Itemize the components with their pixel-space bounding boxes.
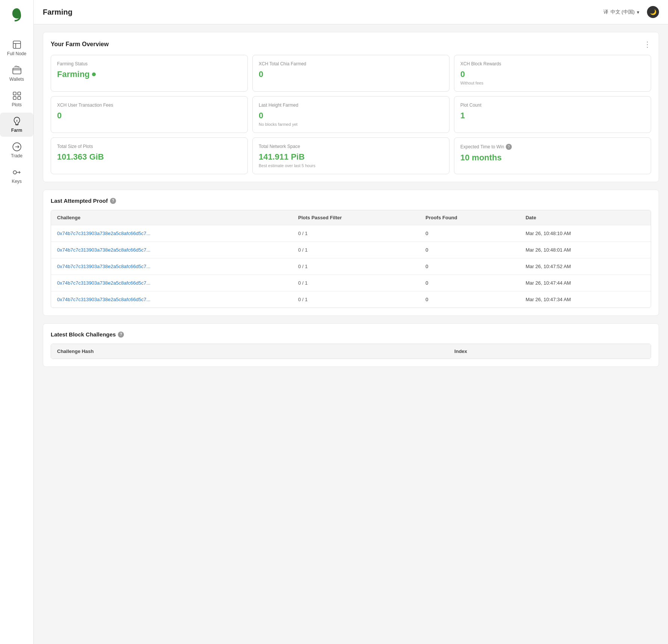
last-proof-help-icon[interactable]: ? <box>110 198 116 204</box>
full-node-icon <box>12 40 22 50</box>
proof-table-body: 0x74b7c7c313903a738e2a5c8afc66d5c7... 0 … <box>51 225 651 308</box>
sidebar-item-farm-label: Farm <box>11 128 22 133</box>
total-size-value: 101.363 GiB <box>57 152 241 162</box>
farming-status-label: Farming Status <box>57 61 241 66</box>
farm-icon <box>12 116 22 126</box>
date-cell: Mar 26, 10:47:52 AM <box>520 258 651 275</box>
keys-icon <box>12 167 22 177</box>
plot-count-value: 1 <box>460 111 645 121</box>
block-rewards-sub: Without fees <box>460 81 645 85</box>
challenge-cell: 0x74b7c7c313903a738e2a5c8afc66d5c7... <box>51 258 292 275</box>
passed-cell: 0 / 1 <box>292 258 419 275</box>
language-label: 中文 (中国) <box>611 9 635 15</box>
block-challenges-table: Challenge Hash Index <box>51 344 651 359</box>
col-found: Proofs Found <box>419 210 519 225</box>
language-selector[interactable]: 译 中文 (中国) ▾ <box>600 7 642 17</box>
block-challenges-title: Latest Block Challenges <box>51 331 116 338</box>
passed-cell: 0 / 1 <box>292 291 419 308</box>
sidebar-item-wallets-label: Wallets <box>9 77 24 82</box>
col-passed: Plots Passed Filter <box>292 210 419 225</box>
logo[interactable] <box>6 4 28 28</box>
plots-icon <box>12 91 22 101</box>
trade-icon <box>12 142 22 152</box>
last-height-label: Last Height Farmed <box>259 103 443 108</box>
sidebar-item-farm[interactable]: Farm <box>0 113 33 137</box>
language-arrow: ▾ <box>637 9 639 15</box>
farming-status-value: Farming <box>57 69 241 79</box>
xch-total-label: XCH Total Chia Farmed <box>259 61 443 66</box>
total-size-label: Total Size of Plots <box>57 144 241 149</box>
last-proof-section: Last Attempted Proof ? Challenge Plots P… <box>43 190 659 316</box>
page-title: Farming <box>43 8 72 17</box>
challenge-cell: 0x74b7c7c313903a738e2a5c8afc66d5c7... <box>51 225 292 242</box>
svg-rect-1 <box>13 68 21 74</box>
svg-rect-0 <box>13 41 21 48</box>
sidebar-item-keys[interactable]: Keys <box>0 164 33 188</box>
passed-cell: 0 / 1 <box>292 225 419 242</box>
date-cell: Mar 26, 10:47:44 AM <box>520 275 651 291</box>
xch-total-card: XCH Total Chia Farmed 0 <box>252 55 449 92</box>
network-space-card: Total Network Space 141.911 PiB Best est… <box>252 137 449 174</box>
table-row: 0x74b7c7c313903a738e2a5c8afc66d5c7... 0 … <box>51 275 651 291</box>
network-space-sub: Best estimate over last 5 hours <box>259 163 443 168</box>
sidebar-item-trade[interactable]: Trade <box>0 138 33 162</box>
section-title: Your Farm Overview <box>51 41 109 48</box>
last-height-value: 0 <box>259 111 443 121</box>
challenge-cell: 0x74b7c7c313903a738e2a5c8afc66d5c7... <box>51 242 292 258</box>
table-row: 0x74b7c7c313903a738e2a5c8afc66d5c7... 0 … <box>51 258 651 275</box>
sidebar-item-full-node[interactable]: Full Node <box>0 36 33 60</box>
proof-table: Challenge Plots Passed Filter Proofs Fou… <box>51 210 651 308</box>
sidebar-item-plots-label: Plots <box>12 102 22 107</box>
sidebar: Full Node Wallets Plots Farm Trade <box>0 0 34 644</box>
farming-status-card: Farming Status Farming <box>51 55 248 92</box>
page-header: Farming 译 中文 (中国) ▾ 🌙 <box>34 0 668 24</box>
block-challenges-help-icon[interactable]: ? <box>118 332 124 338</box>
challenge-cell: 0x74b7c7c313903a738e2a5c8afc66d5c7... <box>51 291 292 308</box>
col-challenge: Challenge <box>51 210 292 225</box>
svg-rect-2 <box>13 92 16 95</box>
cards-grid-row1: Farming Status Farming XCH Total Chia Fa… <box>51 55 651 92</box>
main-content: Farming 译 中文 (中国) ▾ 🌙 Your Farm Overview… <box>34 0 668 644</box>
passed-cell: 0 / 1 <box>292 275 419 291</box>
found-cell: 0 <box>419 258 519 275</box>
block-rewards-card: XCH Block Rewards 0 Without fees <box>454 55 651 92</box>
time-to-win-value: 10 months <box>460 153 645 163</box>
date-cell: Mar 26, 10:48:10 AM <box>520 225 651 242</box>
page-content: Your Farm Overview ⋮ Farming Status Farm… <box>34 24 668 382</box>
time-to-win-help[interactable]: ? <box>506 144 512 150</box>
section-menu-icon[interactable]: ⋮ <box>644 40 651 49</box>
table-row: 0x74b7c7c313903a738e2a5c8afc66d5c7... 0 … <box>51 291 651 308</box>
total-size-card: Total Size of Plots 101.363 GiB <box>51 137 248 174</box>
user-fees-value: 0 <box>57 111 241 121</box>
svg-point-7 <box>13 171 17 174</box>
block-challenges-table-wrapper: Challenge Hash Index <box>51 344 651 359</box>
table-row: 0x74b7c7c313903a738e2a5c8afc66d5c7... 0 … <box>51 225 651 242</box>
last-proof-title: Last Attempted Proof <box>51 198 108 204</box>
table-row: 0x74b7c7c313903a738e2a5c8afc66d5c7... 0 … <box>51 242 651 258</box>
block-challenges-header-row: Challenge Hash Index <box>51 344 651 359</box>
moon-icon: 🌙 <box>650 9 656 15</box>
last-height-sub: No blocks farmed yet <box>259 122 443 127</box>
svg-rect-3 <box>18 92 21 95</box>
wallets-icon <box>12 65 22 75</box>
date-cell: Mar 26, 10:48:01 AM <box>520 242 651 258</box>
sidebar-item-wallets[interactable]: Wallets <box>0 62 33 86</box>
cards-grid-row2: XCH User Transaction Fees 0 Last Height … <box>51 96 651 133</box>
plot-count-card: Plot Count 1 <box>454 96 651 133</box>
block-rewards-label: XCH Block Rewards <box>460 61 645 66</box>
plot-count-label: Plot Count <box>460 103 645 108</box>
section-header: Your Farm Overview ⋮ <box>51 40 651 49</box>
found-cell: 0 <box>419 275 519 291</box>
theme-toggle-button[interactable]: 🌙 <box>647 6 659 18</box>
sidebar-item-plots[interactable]: Plots <box>0 87 33 111</box>
translate-icon: 译 <box>603 9 608 15</box>
user-fees-label: XCH User Transaction Fees <box>57 103 241 108</box>
user-fees-card: XCH User Transaction Fees 0 <box>51 96 248 133</box>
sidebar-item-keys-label: Keys <box>12 179 22 184</box>
time-to-win-label: Expected Time to Win ? <box>460 144 645 150</box>
proof-table-head: Challenge Plots Passed Filter Proofs Fou… <box>51 210 651 225</box>
xch-total-value: 0 <box>259 69 443 79</box>
network-space-value: 141.911 PiB <box>259 152 443 162</box>
cards-grid-row3: Total Size of Plots 101.363 GiB Total Ne… <box>51 137 651 174</box>
sidebar-item-trade-label: Trade <box>11 153 23 158</box>
